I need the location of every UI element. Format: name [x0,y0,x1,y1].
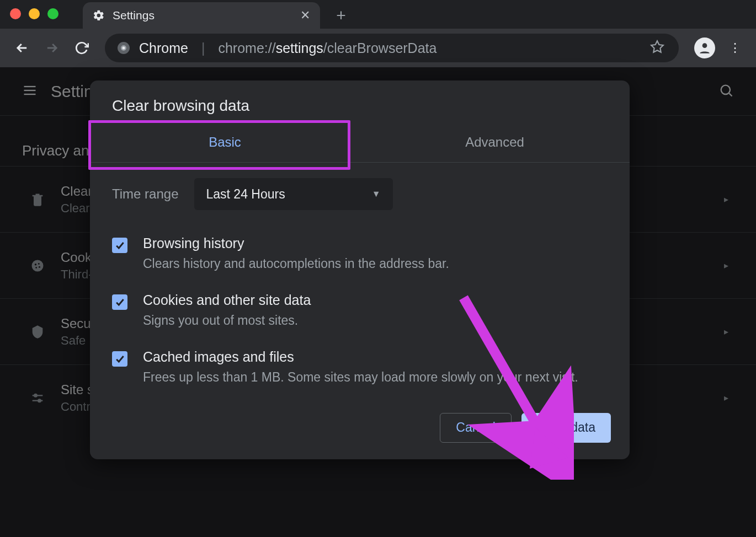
window-minimize-button[interactable] [29,8,40,19]
url-scheme: chrome:// [218,40,275,56]
chevron-right-icon: ▸ [724,194,728,205]
address-bar[interactable]: Chrome | chrome://settings/clearBrowserD… [105,34,679,62]
dialog-tabs: Basic Advanced [90,122,630,163]
svg-point-4 [702,43,707,48]
svg-point-8 [721,85,730,94]
tab-title: Settings [113,9,292,22]
hamburger-icon[interactable] [22,83,38,100]
check-item-cache: Cached images and files Frees up less th… [112,339,608,396]
check-sub: Clears history and autocompletions in th… [143,255,449,272]
new-tab-button[interactable]: + [330,4,352,26]
window-controls [10,8,58,19]
window-zoom-button[interactable] [47,8,58,19]
check-item-cookies: Cookies and other site data Signs you ou… [112,282,608,339]
back-button[interactable] [10,36,34,60]
svg-line-9 [729,93,732,96]
search-icon[interactable] [718,83,734,100]
svg-point-12 [38,263,40,265]
url-text: chrome://settings/clearBrowserData [218,40,436,56]
shield-icon [28,324,47,340]
browser-toolbar: Chrome | chrome://settings/clearBrowserD… [0,29,756,67]
sliders-icon [28,390,47,406]
dialog-actions: Cancel Clear data [90,396,630,446]
check-title: Cookies and other site data [143,292,311,308]
tab-basic[interactable]: Basic [90,122,360,162]
forward-button[interactable] [40,36,64,60]
checkbox-browsing-history[interactable] [112,238,127,253]
kebab-menu-icon[interactable]: ⋮ [724,41,746,55]
svg-point-10 [32,260,44,271]
checkbox-cookies[interactable] [112,294,127,310]
svg-point-11 [35,263,37,265]
svg-point-18 [38,399,41,402]
url-host: settings [276,40,323,56]
checkbox-cache[interactable] [112,351,127,367]
url-product: Chrome [139,40,188,56]
svg-marker-3 [651,41,663,52]
svg-point-13 [39,266,40,267]
dialog-title: Clear browsing data [90,80,630,120]
clear-data-button[interactable]: Clear data [521,413,611,443]
cancel-button[interactable]: Cancel [440,413,512,443]
chevron-down-icon: ▼ [372,189,381,199]
check-title: Browsing history [143,235,449,251]
time-range-label: Time range [112,186,179,202]
gear-icon [93,9,105,22]
check-item-browsing-history: Browsing history Clears history and auto… [112,225,608,282]
check-sub: Frees up less than 1 MB. Some sites may … [143,368,578,386]
check-sub: Signs you out of most sites. [143,312,311,329]
chevron-right-icon: ▸ [724,326,728,337]
chevron-right-icon: ▸ [724,260,728,271]
reload-button[interactable] [70,36,94,60]
chevron-right-icon: ▸ [724,393,728,403]
svg-point-14 [35,267,37,268]
browser-tab-settings[interactable]: Settings ✕ [83,2,320,29]
trash-icon [28,192,47,207]
window-close-button[interactable] [10,8,21,19]
check-title: Cached images and files [143,349,578,365]
url-path: /clearBrowserData [323,40,437,56]
cookie-icon [28,258,47,273]
checkbox-list: Browsing history Clears history and auto… [90,216,630,396]
url-separator: | [201,40,205,56]
tab-advanced[interactable]: Advanced [360,122,630,162]
close-icon[interactable]: ✕ [300,8,310,23]
bookmark-star-icon[interactable] [650,40,667,56]
tab-strip: Settings ✕ + [0,0,756,29]
svg-point-17 [34,394,37,397]
profile-button[interactable] [694,37,715,58]
clear-browsing-data-dialog: Clear browsing data Basic Advanced Time … [90,80,630,459]
time-range-row: Time range Last 24 Hours ▼ [90,163,630,216]
chrome-icon [117,41,130,55]
time-range-value: Last 24 Hours [206,187,285,202]
time-range-select[interactable]: Last 24 Hours ▼ [194,178,393,210]
svg-point-2 [123,47,125,50]
